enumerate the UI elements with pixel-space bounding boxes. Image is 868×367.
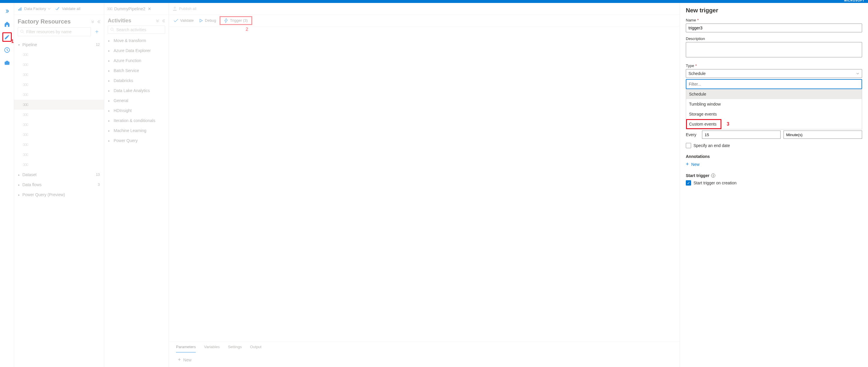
activity-group[interactable]: ▸Azure Data Explorer <box>104 45 169 56</box>
validate-all-button[interactable]: Validate all <box>55 6 80 11</box>
activity-group[interactable]: ▸Databricks <box>104 75 169 86</box>
start-trigger-checkbox[interactable]: ✓ <box>686 180 691 186</box>
start-trigger-row[interactable]: ✓ Start trigger on creation <box>686 180 862 186</box>
resource-filter-input[interactable]: Filter resources by name <box>18 27 91 36</box>
manage-icon[interactable] <box>2 58 12 68</box>
svg-rect-22 <box>23 103 25 106</box>
data-factory-button[interactable]: Data Factory <box>18 6 51 11</box>
tree-dataset[interactable]: ▸ Dataset 13 <box>14 170 104 180</box>
tree-pipeline[interactable]: ▾ Pipeline 12 <box>14 40 104 50</box>
collapse-panel-icon[interactable] <box>97 20 100 24</box>
activity-group[interactable]: ▸Iteration & conditionals <box>104 115 169 126</box>
tab-variables[interactable]: Variables <box>204 345 220 353</box>
pipeline-item[interactable] <box>14 50 104 60</box>
tree-pipeline-label: Pipeline <box>22 42 96 47</box>
activity-group[interactable]: ▸Power Query <box>104 136 169 145</box>
type-option-custom[interactable]: Custom events <box>686 119 721 129</box>
svg-rect-45 <box>111 8 113 10</box>
activity-group[interactable]: ▸Move & transform <box>104 36 169 45</box>
callout-2: 2 <box>246 27 248 32</box>
tree-powerquery[interactable]: ▸ Power Query (Preview) <box>14 190 104 200</box>
debug-button[interactable]: Debug <box>199 18 216 23</box>
tab-settings[interactable]: Settings <box>228 345 242 353</box>
pipeline-item[interactable] <box>14 90 104 100</box>
svg-rect-41 <box>25 164 26 166</box>
add-resource-button[interactable]: + <box>93 29 100 35</box>
start-trigger-title: Start trigger i <box>686 173 862 178</box>
trigger-description-input[interactable] <box>686 42 862 57</box>
activity-group[interactable]: ▸Azure Function <box>104 56 169 66</box>
app-root: 1 Data Factory Validate all Factory Reso… <box>0 3 868 367</box>
specify-end-date-row[interactable]: Specify an end date <box>686 143 862 148</box>
home-icon[interactable] <box>2 20 12 29</box>
pipeline-tab[interactable]: DummyPipeline2 <box>107 6 146 11</box>
svg-rect-40 <box>23 164 25 166</box>
collapse-activities-icon[interactable] <box>156 19 159 23</box>
annotations-title: Annotations <box>686 154 862 159</box>
hide-activities-icon[interactable] <box>162 19 165 23</box>
pipeline-item[interactable] <box>14 60 104 70</box>
every-value-input[interactable] <box>702 131 781 139</box>
type-option-schedule[interactable]: Schedule <box>686 89 862 99</box>
type-option-tumbling[interactable]: Tumbling window <box>686 99 862 109</box>
svg-rect-20 <box>25 94 26 96</box>
svg-point-46 <box>111 28 113 31</box>
rail-expand-icon[interactable] <box>2 6 12 16</box>
trigger-type-select[interactable]: Schedule <box>686 69 862 78</box>
svg-rect-29 <box>25 124 26 126</box>
type-filter-input[interactable] <box>686 80 862 89</box>
pipeline-canvas[interactable] <box>169 27 680 341</box>
svg-point-6 <box>21 30 23 33</box>
pipeline-item[interactable] <box>14 70 104 80</box>
publish-all-button[interactable]: Publish all <box>173 6 196 11</box>
activities-search-input[interactable]: Search activities <box>108 26 165 34</box>
pipeline-item[interactable] <box>14 130 104 140</box>
svg-rect-44 <box>109 8 111 10</box>
start-trigger-label-text: Start trigger on creation <box>693 180 737 185</box>
svg-rect-1 <box>4 62 9 65</box>
svg-rect-25 <box>23 113 25 115</box>
svg-rect-3 <box>18 9 19 10</box>
svg-rect-21 <box>27 94 28 96</box>
activity-group[interactable]: ▸Machine Learning <box>104 126 169 136</box>
type-option-storage[interactable]: Storage events <box>686 109 862 119</box>
name-field-label: Name* <box>686 18 862 22</box>
monitor-icon[interactable] <box>2 45 12 55</box>
svg-rect-19 <box>23 94 25 96</box>
description-label: Description <box>686 36 862 41</box>
validate-button[interactable]: Validate <box>174 18 194 23</box>
specify-end-date-checkbox[interactable] <box>686 143 691 148</box>
pipeline-item[interactable] <box>14 160 104 170</box>
add-annotation-button[interactable]: + New <box>686 161 862 167</box>
pipeline-item[interactable] <box>14 150 104 160</box>
trigger-name-input[interactable] <box>686 24 862 32</box>
svg-rect-11 <box>25 64 26 66</box>
tree-dataflows[interactable]: ▸ Data flows 3 <box>14 180 104 190</box>
activity-group[interactable]: ▸Batch Service <box>104 66 169 75</box>
info-icon[interactable]: i <box>711 173 715 178</box>
activity-group[interactable]: ▸HDInsight <box>104 106 169 115</box>
pipeline-item[interactable] <box>14 140 104 150</box>
canvas-area: Publish all Validate Debug Trigger (3) 2… <box>169 3 680 367</box>
add-parameter-button[interactable]: + New <box>176 353 673 367</box>
activity-group-list: ▸Move & transform▸Azure Data Explorer▸Az… <box>104 36 169 367</box>
collapse-tree-icon[interactable] <box>91 20 94 24</box>
tab-parameters[interactable]: Parameters <box>176 345 196 353</box>
svg-rect-28 <box>23 124 25 126</box>
trigger-button[interactable]: Trigger (3) <box>220 16 252 25</box>
svg-rect-43 <box>107 8 108 10</box>
pipeline-item[interactable] <box>14 120 104 130</box>
close-tab-icon[interactable]: ✕ <box>148 6 151 11</box>
author-icon[interactable] <box>2 32 12 42</box>
pipeline-item-selected[interactable] <box>14 100 104 110</box>
pipeline-item[interactable] <box>14 80 104 90</box>
svg-rect-18 <box>27 84 28 86</box>
panel-title: New trigger <box>686 7 862 14</box>
pipeline-item[interactable] <box>14 110 104 120</box>
activity-group[interactable]: ▸General <box>104 96 169 106</box>
svg-rect-13 <box>23 73 25 75</box>
every-unit-select[interactable] <box>783 131 862 139</box>
activities-panel: DummyPipeline2 ✕ Activities Search activ… <box>104 3 169 367</box>
tab-output[interactable]: Output <box>250 345 261 353</box>
activity-group[interactable]: ▸Data Lake Analytics <box>104 86 169 96</box>
